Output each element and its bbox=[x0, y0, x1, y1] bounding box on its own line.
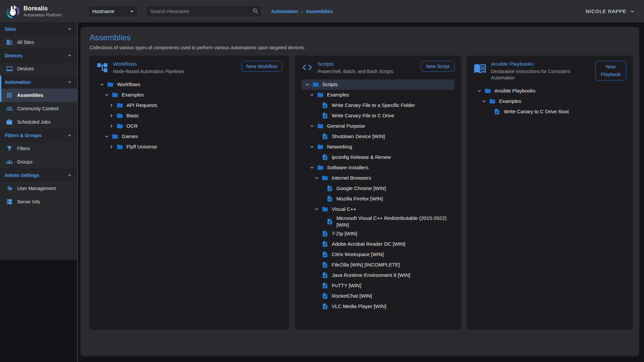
file-icon bbox=[322, 133, 328, 140]
top-bar: Borealis Automation Platform Hostname Au… bbox=[0, 0, 644, 22]
tree-file-7-zip-win[interactable]: 7-Zip [WIN] bbox=[302, 229, 454, 239]
tree-file-filezilla-win-incomplete[interactable]: FileZilla [WIN] [INCOMPLETE] bbox=[302, 260, 454, 270]
tree-folder-visual-c[interactable]: Visual C++ bbox=[302, 204, 454, 215]
chevron-right-icon[interactable] bbox=[108, 102, 114, 108]
file-icon bbox=[322, 230, 328, 237]
search-input[interactable] bbox=[146, 5, 262, 17]
tree-file-ipconfig-release-renew[interactable]: ipconfig Release & Renew bbox=[302, 152, 454, 163]
chevron-spacer bbox=[318, 219, 324, 225]
sidebar-item-devices[interactable]: Devices bbox=[0, 62, 78, 75]
tree-file-putty-win[interactable]: PuTTY [WIN] bbox=[302, 281, 454, 291]
tree-folder-flyff-universe[interactable]: Flyff Universe bbox=[96, 142, 282, 152]
tree-folder-general-purpose[interactable]: General Purpose bbox=[302, 121, 454, 131]
chevron-down-icon[interactable] bbox=[104, 92, 110, 98]
tree-folder-examples[interactable]: Examples bbox=[96, 90, 282, 100]
file-icon bbox=[322, 154, 328, 161]
sidebar-item-assemblies[interactable]: Assemblies bbox=[0, 88, 78, 102]
brand-name: Borealis bbox=[23, 5, 61, 12]
sidebar-section-admin-settings: Admin SettingsUser ManagementServer Info bbox=[0, 169, 78, 208]
sidebar-scrollbar[interactable] bbox=[77, 22, 78, 362]
card-title: Ansible Playbooks bbox=[491, 61, 573, 67]
tree-file-microsoft-visual-c-redistributable-2015-2022-win[interactable]: Microsoft Visual C++ Redistributable (20… bbox=[302, 215, 454, 229]
folder-icon bbox=[489, 98, 496, 105]
chevron-down-icon[interactable] bbox=[309, 92, 315, 98]
tree-file-google-chrome-win[interactable]: Google Chrome [WIN] bbox=[302, 183, 454, 194]
sidebar-section-header-sites[interactable]: Sites bbox=[0, 22, 78, 36]
chevron-down-icon[interactable] bbox=[104, 133, 110, 139]
tree-folder-api-requests[interactable]: API Requests bbox=[96, 100, 282, 111]
chevron-down-icon[interactable] bbox=[99, 81, 105, 87]
new-workflow-button[interactable]: New Workflow bbox=[241, 61, 282, 72]
tree-folder-basic[interactable]: Basic bbox=[96, 111, 282, 121]
sidebar-item-label: All Sites bbox=[17, 40, 34, 45]
chevron-right-icon[interactable] bbox=[108, 123, 114, 129]
tree-folder-internet-browsers[interactable]: Internet Browsers bbox=[302, 173, 454, 183]
filter-icon bbox=[6, 145, 13, 152]
tree-file-write-canary-file-to-c-drive[interactable]: Write Canary File to C Drive bbox=[302, 111, 454, 121]
laptop-icon bbox=[6, 65, 13, 72]
file-icon bbox=[322, 282, 328, 289]
tree-file-write-canary-file-to-a-specific-folder[interactable]: Write Canary File to a Specific Folder bbox=[302, 100, 454, 111]
groups-icon bbox=[6, 159, 13, 165]
chevron-spacer bbox=[318, 196, 324, 202]
chevron-down-icon[interactable] bbox=[309, 144, 315, 150]
sidebar-item-user-management[interactable]: User Management bbox=[0, 182, 78, 195]
tree-folder-software-installers[interactable]: Software Installers bbox=[302, 163, 454, 173]
chevron-down-icon[interactable] bbox=[314, 175, 320, 181]
folder-icon bbox=[107, 81, 114, 88]
tree-label: 7-Zip [WIN] bbox=[332, 230, 357, 237]
chevron-down-icon[interactable] bbox=[304, 81, 310, 87]
chevron-right-icon[interactable] bbox=[108, 144, 114, 150]
file-icon bbox=[322, 261, 328, 268]
user-menu[interactable]: NICOLE RAPPE bbox=[586, 8, 635, 14]
tree-file-adobe-acrobat-reader-dc-win[interactable]: Adobe Acrobat Reader DC [WIN] bbox=[302, 239, 454, 249]
tree-file-vlc-media-player-win[interactable]: VLC Media Player [WIN] bbox=[302, 301, 454, 312]
tree-folder-ansible-playbooks[interactable]: Ansible Playbooks bbox=[474, 86, 626, 96]
chevron-down-icon[interactable] bbox=[309, 165, 315, 171]
chevron-down-icon[interactable] bbox=[476, 88, 482, 94]
tree-file-java-runtime-environment-8-win[interactable]: Java Runtime Environment 8 [WIN] bbox=[302, 270, 454, 281]
tree-file-citrix-workspace-win[interactable]: Citrix Workspace [WIN] bbox=[302, 249, 454, 260]
tree-folder-workflows[interactable]: Workflows bbox=[96, 79, 282, 90]
hostname-select[interactable]: Hostname bbox=[88, 5, 138, 17]
tree-folder-ocr[interactable]: OCR bbox=[96, 121, 282, 131]
sidebar-item-scheduled-jobs[interactable]: Scheduled Jobs bbox=[0, 115, 78, 129]
chevron-right-icon[interactable] bbox=[108, 113, 114, 119]
tree-folder-examples[interactable]: Examples bbox=[474, 96, 626, 107]
tree-label: Workflows bbox=[117, 81, 140, 88]
tree-label: Google Chrome [WIN] bbox=[336, 185, 386, 192]
chevron-spacer bbox=[314, 154, 320, 160]
tree-label: FileZilla [WIN] [INCOMPLETE] bbox=[332, 261, 400, 268]
sidebar-item-groups[interactable]: Groups bbox=[0, 155, 78, 169]
chevron-down-icon[interactable] bbox=[481, 98, 487, 104]
chevron-down-icon[interactable] bbox=[314, 206, 320, 212]
tree-folder-examples[interactable]: Examples bbox=[302, 90, 454, 100]
tree-file-write-canary-to-c-drive-root[interactable]: Write Canary to C Drive Root bbox=[474, 107, 626, 117]
sidebar-section-header-filters-groups[interactable]: Filters & Groups bbox=[0, 129, 78, 142]
sidebar-item-all-sites[interactable]: All Sites bbox=[0, 36, 78, 49]
briefcase-icon bbox=[6, 119, 13, 125]
tree-file-shutdown-device-win[interactable]: Shutdown Device [WIN] bbox=[302, 131, 454, 142]
tree-file-mozilla-firefox-win[interactable]: Mozilla Firefox [WIN] bbox=[302, 194, 454, 204]
new-playbook-button[interactable]: New Playbook bbox=[595, 61, 626, 80]
brand: Borealis Automation Platform bbox=[0, 4, 78, 19]
tree-folder-networking[interactable]: Networking bbox=[302, 142, 454, 152]
chevron-down-icon[interactable] bbox=[309, 123, 315, 129]
tree-label: OCR bbox=[126, 123, 138, 129]
card-scripts: ScriptsPowershell, Batch, and Bash Scrip… bbox=[295, 56, 461, 330]
file-icon bbox=[322, 102, 328, 109]
tree-folder-scripts[interactable]: Scripts bbox=[302, 79, 454, 90]
sidebar-item-filters[interactable]: Filters bbox=[0, 142, 78, 155]
sidebar-item-label: Scheduled Jobs bbox=[17, 119, 51, 125]
sidebar-item-label: Server Info bbox=[17, 199, 40, 204]
tree-folder-games[interactable]: Games bbox=[96, 131, 282, 142]
tree-file-rocketchat-win[interactable]: RocketChat [WIN] bbox=[302, 291, 454, 301]
sidebar-section-header-devices[interactable]: Devices bbox=[0, 49, 78, 62]
sidebar-section-header-automation[interactable]: Automation bbox=[0, 75, 78, 88]
sidebar-item-server-info[interactable]: Server Info bbox=[0, 195, 78, 208]
breadcrumb-automation[interactable]: Automation bbox=[271, 9, 298, 14]
sidebar-section-header-admin-settings[interactable]: Admin Settings bbox=[0, 169, 78, 182]
new-script-button[interactable]: New Script bbox=[421, 61, 454, 72]
sidebar-item-community-content[interactable]: Community Content bbox=[0, 102, 78, 115]
breadcrumb-assemblies[interactable]: Assemblies bbox=[306, 9, 333, 14]
